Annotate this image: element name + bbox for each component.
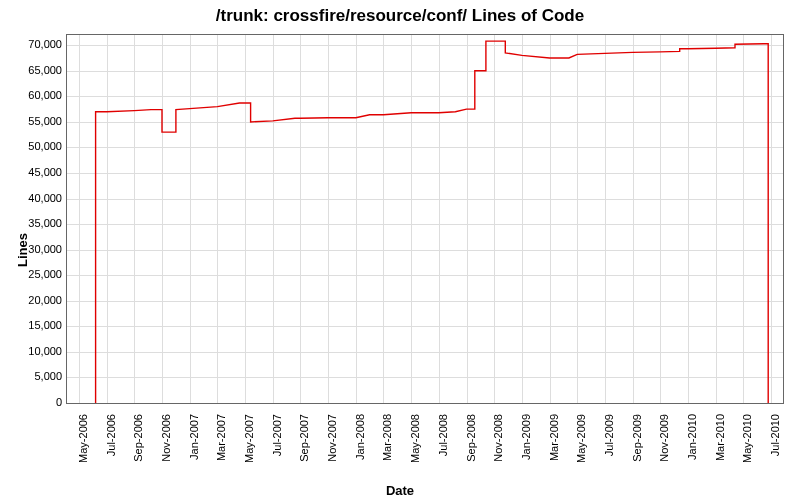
x-tick-label: Jul-2007 <box>271 414 283 456</box>
x-tick-label: May-2009 <box>575 414 587 463</box>
x-tick-label: Jul-2010 <box>769 414 781 456</box>
x-tick-label: Jul-2009 <box>603 414 615 456</box>
y-tick-label: 30,000 <box>7 243 62 255</box>
y-tick-label: 60,000 <box>7 89 62 101</box>
x-tick-label: Sep-2008 <box>465 414 477 462</box>
x-tick-label: May-2007 <box>243 414 255 463</box>
x-tick-label: Jan-2007 <box>188 414 200 460</box>
x-tick-label: Sep-2009 <box>631 414 643 462</box>
y-tick-label: 15,000 <box>7 319 62 331</box>
x-tick-label: Nov-2009 <box>658 414 670 462</box>
y-tick-label: 45,000 <box>7 166 62 178</box>
x-tick-label: Jan-2009 <box>520 414 532 460</box>
y-tick-label: 20,000 <box>7 294 62 306</box>
x-tick-label: May-2008 <box>409 414 421 463</box>
x-tick-label: Mar-2008 <box>381 414 393 461</box>
x-tick-label: Mar-2009 <box>548 414 560 461</box>
x-axis-label: Date <box>0 483 800 498</box>
x-tick-label: Sep-2006 <box>132 414 144 462</box>
line-series <box>67 35 783 403</box>
x-tick-label: Jul-2006 <box>105 414 117 456</box>
y-tick-label: 50,000 <box>7 140 62 152</box>
x-tick-label: Mar-2007 <box>215 414 227 461</box>
x-tick-label: Nov-2007 <box>326 414 338 462</box>
y-tick-label: 10,000 <box>7 345 62 357</box>
x-tick-label: Nov-2006 <box>160 414 172 462</box>
x-tick-label: Jan-2008 <box>354 414 366 460</box>
x-tick-label: Jan-2010 <box>686 414 698 460</box>
x-tick-label: Sep-2007 <box>298 414 310 462</box>
y-tick-label: 35,000 <box>7 217 62 229</box>
y-tick-label: 5,000 <box>7 370 62 382</box>
y-tick-label: 40,000 <box>7 192 62 204</box>
chart-title: /trunk: crossfire/resource/conf/ Lines o… <box>0 6 800 26</box>
plot-area <box>66 34 784 404</box>
y-tick-label: 0 <box>7 396 62 408</box>
y-tick-label: 55,000 <box>7 115 62 127</box>
x-tick-label: Jul-2008 <box>437 414 449 456</box>
chart-container: /trunk: crossfire/resource/conf/ Lines o… <box>0 0 800 500</box>
y-tick-label: 70,000 <box>7 38 62 50</box>
x-tick-label: May-2010 <box>741 414 753 463</box>
y-tick-label: 65,000 <box>7 64 62 76</box>
x-tick-label: May-2006 <box>77 414 89 463</box>
y-tick-label: 25,000 <box>7 268 62 280</box>
x-tick-label: Nov-2008 <box>492 414 504 462</box>
x-tick-label: Mar-2010 <box>714 414 726 461</box>
